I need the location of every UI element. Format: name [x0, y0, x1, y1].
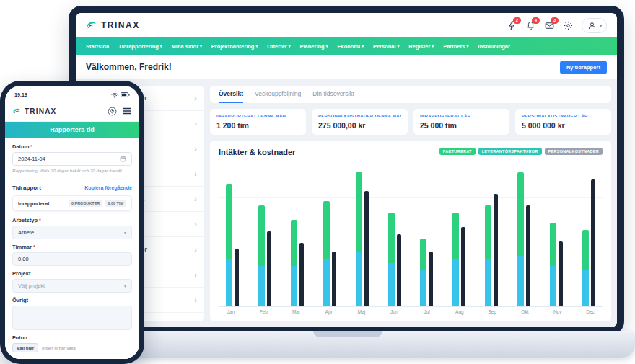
stat-card-personalkostnader-i-r: PERSONALKOSTNADER I ÅR5 000 000 kr — [515, 109, 611, 135]
gear-icon[interactable] — [563, 20, 574, 31]
bar-group-apr — [323, 162, 336, 306]
bolt-icon[interactable]: 2 — [507, 20, 517, 31]
stat-label: PERSONALKOSTNADER DENNA MÅN — [318, 114, 401, 118]
brand-logo: TRINAX — [86, 19, 140, 31]
chart-legend: FAKTURERATLEVERANTÖRSFAKTURORPERSONALKOS… — [439, 148, 603, 155]
phone-mockup: 19:19 TRINAX — [0, 81, 144, 364]
nav-item-partners[interactable]: Partners▾ — [443, 43, 468, 50]
legend-pill-fakturerat: FAKTURERAT — [439, 148, 476, 155]
datum-help-text: Rapportering tillåts 20 dagar bakåt och … — [12, 168, 132, 174]
stat-card-inrapporterat-i-r: INRAPPORTERAT I ÅR25 000 tim — [413, 109, 509, 135]
nav-item-startsida[interactable]: Startsida — [86, 43, 109, 50]
stat-label: INRAPPORTERAT I ÅR — [420, 114, 503, 118]
hours-badge: 0,00 TIM — [105, 200, 126, 207]
timmar-label-text: Timmar — [12, 244, 32, 250]
brand-swoosh-icon — [12, 107, 22, 116]
personalkostnader-bar — [364, 191, 369, 306]
chevron-right-icon — [194, 119, 197, 128]
projekt-select[interactable]: Välj projekt ▾ — [12, 279, 132, 293]
bar-group-jun — [388, 162, 401, 306]
welcome-strip: Välkommen, Fredrik! Ny tidrapport — [76, 55, 617, 80]
tidrapport-header-row: Tidrapport Kopiera föregående — [12, 185, 132, 191]
foton-label: Foton — [12, 334, 132, 341]
brand-name: TRINAX — [101, 20, 140, 30]
nav-item-mina-sidor[interactable]: Mina sidor▾ — [172, 43, 202, 50]
leverantorsfakturor-bar-segment — [356, 252, 362, 306]
fakturerat-bar-segment — [550, 223, 556, 266]
phone-screen: 19:19 TRINAX — [5, 86, 139, 359]
choose-files-button[interactable]: Välj filer — [12, 343, 38, 352]
nav-item-planering[interactable]: Planering▾ — [300, 43, 328, 50]
tab-veckouppf-ljning[interactable]: Veckouppföljning — [255, 86, 301, 103]
leverantorsfakturor-bar-segment — [550, 266, 556, 306]
stacked-bar — [226, 162, 232, 306]
timmar-value: 0,00 — [18, 256, 29, 262]
ovrigt-textarea[interactable] — [12, 306, 132, 330]
stacked-bar — [323, 162, 330, 306]
projekt-label-text: Projekt — [12, 270, 30, 277]
x-axis-label: Apr — [321, 309, 337, 314]
bell-icon[interactable]: 4 — [525, 20, 536, 31]
arbetstyp-value: Arbete — [18, 229, 34, 236]
x-axis-label: Nov — [550, 309, 566, 314]
arbetstyp-field: Arbetstyp Arbete ▾ — [12, 217, 132, 239]
file-status-text: Ingen fil har valts — [42, 345, 76, 350]
tidrapport-title: Tidrapport — [12, 185, 41, 191]
caret-icon: ▾ — [326, 44, 328, 48]
wifi-icon — [111, 92, 118, 98]
inrapporterat-label: Inrapporterat — [18, 201, 50, 206]
leverantorsfakturor-bar-segment — [291, 266, 297, 306]
notification-badge: 3 — [551, 17, 559, 24]
status-time: 19:19 — [14, 92, 27, 97]
required-asterisk — [39, 217, 41, 223]
inrapporterat-card[interactable]: Inrapporterat 0 PRODUKTER 0,00 TIM — [12, 195, 132, 211]
datum-field: Datum 2024-11-04 Rapportering tillåts 20… — [12, 143, 132, 174]
fakturerat-bar-segment — [582, 230, 589, 270]
location-pin-icon[interactable] — [108, 107, 117, 116]
tab-din-tids-versikt[interactable]: Din tidsöversikt — [312, 86, 354, 103]
chevron-down-icon: ▾ — [124, 283, 126, 288]
fakturerat-bar-segment — [323, 201, 330, 259]
arbetstyp-select[interactable]: Arbete ▾ — [12, 226, 132, 239]
nav-item-tidrapportering[interactable]: Tidrapportering▾ — [118, 43, 162, 50]
copy-previous-link[interactable]: Kopiera föregående — [84, 185, 132, 190]
mail-icon[interactable]: 3 — [544, 20, 555, 31]
fakturerat-bar-segment — [452, 213, 459, 259]
personalkostnader-bar — [332, 252, 336, 306]
bar-group-aug — [452, 162, 465, 306]
leverantorsfakturor-bar-segment — [517, 256, 524, 306]
rapportera-tid-banner: Rapportera tid — [5, 122, 139, 138]
phone-header-icons — [108, 107, 132, 116]
phone-brand-name: TRINAX — [25, 107, 56, 115]
x-axis-label: Feb — [255, 309, 271, 314]
user-icon[interactable]: ▾ — [582, 18, 607, 33]
datum-input[interactable]: 2024-11-04 — [12, 152, 132, 166]
phone-form: Datum 2024-11-04 Rapportering tillåts 20… — [5, 138, 139, 359]
nav-item-offerter[interactable]: Offerter▾ — [267, 43, 290, 50]
nav-item-projekthantering[interactable]: Projekthantering▾ — [211, 43, 258, 50]
fakturerat-bar-segment — [517, 172, 524, 256]
status-icons — [111, 92, 130, 98]
nav-item-inst-llningar[interactable]: Inställningar — [478, 43, 510, 50]
new-timereport-button[interactable]: Ny tidrapport — [560, 61, 607, 74]
bar-group-feb — [258, 162, 271, 306]
stacked-bar — [452, 162, 459, 306]
calendar-icon — [120, 156, 126, 162]
chevron-right-icon — [194, 296, 197, 304]
nav-item-ekonomi[interactable]: Ekonomi▾ — [337, 43, 363, 50]
hamburger-menu-icon[interactable] — [122, 107, 132, 115]
arbetstyp-label: Arbetstyp — [12, 217, 132, 223]
tab-versikt[interactable]: Översikt — [219, 86, 243, 103]
laptop-base — [61, 331, 635, 358]
nav-item-register[interactable]: Register▾ — [408, 43, 434, 50]
stacked-bar — [550, 162, 556, 306]
timmar-input[interactable]: 0,00 — [12, 252, 132, 266]
leverantorsfakturor-bar-segment — [582, 270, 589, 306]
fakturerat-bar-segment — [356, 172, 362, 252]
stacked-bar — [388, 162, 395, 306]
foton-field: Foton Välj filer Ingen fil har valts — [12, 334, 132, 352]
projekt-field: Projekt Välj projekt ▾ — [12, 270, 132, 293]
nav-item-personal[interactable]: Personal▾ — [373, 43, 399, 50]
foton-label-text: Foton — [12, 334, 27, 341]
fakturerat-bar-segment — [258, 205, 265, 266]
